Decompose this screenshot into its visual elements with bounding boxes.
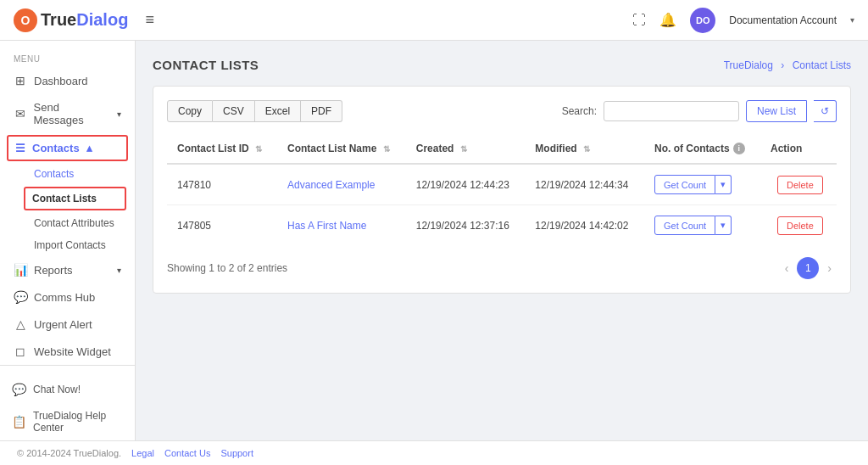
sidebar-chat-now[interactable]: 💬 Chat Now! — [0, 376, 135, 403]
help-center-label: TrueDialog Help Center — [33, 410, 123, 434]
col-id: Contact List ID ⇅ — [167, 134, 277, 164]
bell-icon[interactable]: 🔔 — [659, 12, 676, 28]
delete-button[interactable]: Delete — [777, 176, 823, 194]
csv-button[interactable]: CSV — [213, 100, 255, 122]
sidebar-item-label: Urgent Alert — [34, 318, 92, 331]
chevron-icon: ▾ — [117, 266, 121, 275]
sidebar-item-website-widget[interactable]: ◻ Website Widget — [0, 338, 135, 365]
sort-icon[interactable]: ⇅ — [255, 144, 262, 154]
reports-icon: 📊 — [14, 263, 27, 277]
help-center-icon: 📋 — [12, 415, 26, 429]
col-created: Created ⇅ — [406, 134, 526, 164]
chat-now-label: Chat Now! — [33, 384, 81, 395]
cell-modified: 12/19/2024 14:42:02 — [525, 205, 644, 246]
breadcrumb-current: Contact Lists — [793, 59, 851, 71]
sidebar-item-label: Website Widget — [34, 345, 111, 358]
search-input[interactable] — [604, 101, 739, 121]
new-list-button[interactable]: New List — [746, 100, 807, 122]
sidebar-sub-import-contacts[interactable]: Import Contacts — [0, 234, 135, 256]
sidebar-item-send-messages[interactable]: ✉ Send Messages ▾ — [0, 94, 135, 133]
col-action: Action — [760, 134, 837, 164]
prev-page-button[interactable]: ‹ — [780, 260, 794, 277]
cell-created: 12/19/2024 12:44:23 — [406, 164, 526, 205]
sidebar-sub-contact-lists[interactable]: Contact Lists — [25, 188, 125, 209]
cell-action: Delete — [760, 205, 837, 246]
main-layout: MENU ⊞ Dashboard ✉ Send Messages ▾ ☰ Con… — [0, 41, 868, 440]
sort-icon[interactable]: ⇅ — [460, 144, 467, 154]
contact-list-link[interactable]: Advanced Example — [287, 179, 375, 191]
avatar[interactable]: DO — [690, 8, 715, 33]
main-card: Copy CSV Excel PDF Search: New List ↺ Co… — [153, 86, 851, 294]
sidebar-item-label: Dashboard — [34, 75, 88, 87]
legal-link[interactable]: Legal — [131, 448, 154, 458]
cell-modified: 12/19/2024 12:44:34 — [525, 164, 644, 205]
cell-id: 147810 — [167, 164, 277, 205]
menu-label: MENU — [0, 48, 135, 67]
table-toolbar: Copy CSV Excel PDF Search: New List ↺ — [167, 100, 837, 122]
logo: O TrueDialog — [14, 8, 128, 32]
contacts-icon: ☰ — [15, 142, 25, 154]
top-nav: O TrueDialog ≡ ⛶ 🔔 DO Documentation Acco… — [0, 0, 868, 41]
sidebar-item-comms-hub[interactable]: 💬 Comms Hub — [0, 283, 135, 311]
dashboard-icon: ⊞ — [14, 74, 27, 87]
sort-icon[interactable]: ⇅ — [583, 144, 590, 154]
main-content: CONTACT LISTS TrueDialog › Contact Lists… — [136, 41, 868, 440]
cell-contacts: Get Count ▾ — [644, 205, 760, 246]
next-page-button[interactable]: › — [822, 260, 837, 277]
account-name: Documentation Account — [729, 14, 837, 26]
fullscreen-icon[interactable]: ⛶ — [632, 13, 646, 28]
delete-button[interactable]: Delete — [777, 216, 823, 235]
logo-true: TrueDialog — [41, 10, 128, 30]
page-title: CONTACT LISTS — [153, 58, 259, 72]
send-messages-icon: ✉ — [14, 107, 27, 120]
get-count-group: Get Count ▾ — [654, 216, 732, 235]
get-count-caret[interactable]: ▾ — [715, 216, 732, 235]
sidebar-item-contacts[interactable]: ☰ Contacts ▴ — [8, 137, 126, 160]
info-icon[interactable]: i — [733, 143, 745, 154]
sidebar-item-label: Send Messages — [34, 101, 110, 126]
get-count-button[interactable]: Get Count — [654, 175, 715, 194]
contact-lists-table: Contact List ID ⇅ Contact List Name ⇅ Cr… — [167, 134, 837, 245]
pdf-button[interactable]: PDF — [301, 100, 342, 122]
footer: © 2014-2024 TrueDialog. Legal Contact Us… — [0, 440, 868, 465]
col-modified: Modified ⇅ — [525, 134, 644, 164]
cell-name: Advanced Example — [277, 164, 406, 205]
copy-button[interactable]: Copy — [167, 100, 213, 122]
cell-id: 147805 — [167, 205, 277, 246]
comms-hub-icon: 💬 — [14, 290, 27, 304]
col-name: Contact List Name ⇅ — [277, 134, 406, 164]
sort-icon[interactable]: ⇅ — [383, 144, 390, 154]
chat-now-icon: 💬 — [12, 383, 26, 396]
sidebar-item-dashboard[interactable]: ⊞ Dashboard — [0, 67, 135, 94]
sidebar-item-urgent-alert[interactable]: △ Urgent Alert — [0, 311, 135, 338]
logo-icon: O — [14, 8, 37, 32]
sidebar-item-reports[interactable]: 📊 Reports ▾ — [0, 256, 135, 283]
table-row: 147810 Advanced Example 12/19/2024 12:44… — [167, 164, 837, 205]
hamburger-button[interactable]: ≡ — [145, 11, 154, 29]
table-row: 147805 Has A First Name 12/19/2024 12:37… — [167, 205, 837, 246]
refresh-button[interactable]: ↺ — [814, 100, 837, 122]
pagination: ‹ 1 › — [780, 257, 837, 279]
support-link[interactable]: Support — [220, 448, 253, 458]
showing-text: Showing 1 to 2 of 2 entries — [167, 262, 287, 274]
cell-action: Delete — [760, 164, 837, 205]
breadcrumb-root[interactable]: TrueDialog — [724, 59, 773, 71]
sidebar: MENU ⊞ Dashboard ✉ Send Messages ▾ ☰ Con… — [0, 41, 136, 440]
contact-list-link[interactable]: Has A First Name — [287, 220, 366, 232]
content-header: CONTACT LISTS TrueDialog › Contact Lists — [153, 58, 851, 72]
sidebar-sub-contact-attributes[interactable]: Contact Attributes — [0, 212, 135, 234]
sidebar-help-center[interactable]: 📋 TrueDialog Help Center — [0, 403, 135, 440]
copyright: © 2014-2024 TrueDialog. — [17, 448, 121, 458]
chevron-down-icon[interactable]: ▾ — [850, 15, 854, 25]
table-footer: Showing 1 to 2 of 2 entries ‹ 1 › — [167, 257, 837, 279]
excel-button[interactable]: Excel — [255, 100, 301, 122]
get-count-caret[interactable]: ▾ — [715, 175, 732, 194]
sidebar-bottom: 💬 Chat Now! 📋 TrueDialog Help Center — [0, 365, 135, 440]
sidebar-sub-contacts[interactable]: Contacts — [0, 163, 135, 185]
nav-right: ⛶ 🔔 DO Documentation Account ▾ — [632, 8, 854, 33]
cell-name: Has A First Name — [277, 205, 406, 246]
contact-us-link[interactable]: Contact Us — [164, 448, 210, 458]
get-count-button[interactable]: Get Count — [654, 216, 715, 235]
page-1-button[interactable]: 1 — [797, 257, 819, 279]
col-contacts: No. of Contacts i — [644, 134, 760, 164]
